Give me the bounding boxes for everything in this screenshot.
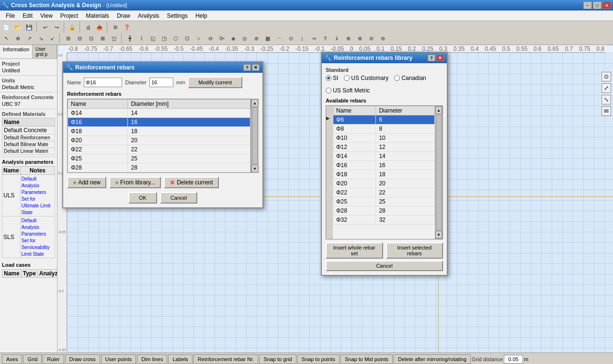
table-row[interactable]: Φ22 22 bbox=[68, 145, 250, 154]
redo-icon[interactable]: ↪ bbox=[51, 22, 62, 33]
maximize-button[interactable]: □ bbox=[593, 1, 602, 9]
library-scrollbar[interactable]: ▲ ▼ bbox=[435, 106, 443, 239]
draw10-icon[interactable]: ◈ bbox=[228, 33, 238, 44]
rebar-dialog-close[interactable]: ✕ bbox=[252, 64, 260, 71]
library-dialog-help[interactable]: ? bbox=[428, 55, 435, 61]
undo-icon[interactable]: ↩ bbox=[40, 22, 50, 33]
ruler-button[interactable]: Ruler bbox=[43, 354, 64, 364]
radio-us-soft[interactable]: US Soft Metric bbox=[326, 87, 370, 94]
table-row[interactable]: Φ16 16 bbox=[333, 161, 435, 170]
draw16-icon[interactable]: ↨ bbox=[297, 33, 307, 44]
draw15-icon[interactable]: ⊙ bbox=[285, 33, 296, 44]
close-button[interactable]: ✕ bbox=[602, 1, 611, 9]
user-points-button[interactable]: User points bbox=[101, 354, 136, 364]
delete-after-mirror-button[interactable]: Delete after mirroring/rotating bbox=[394, 354, 471, 364]
scroll-up-btn[interactable]: ▲ bbox=[251, 99, 258, 107]
draw13-icon[interactable]: ▦ bbox=[262, 33, 273, 44]
scroll-thumb[interactable] bbox=[252, 107, 258, 164]
table-row[interactable]: Φ12 12 bbox=[333, 143, 435, 152]
draw2-icon[interactable]: ⌇ bbox=[136, 33, 147, 44]
radio-canadian[interactable]: Canadian bbox=[394, 75, 426, 81]
menu-help[interactable]: Help bbox=[192, 11, 211, 20]
table-row[interactable]: Φ20 20 bbox=[68, 136, 250, 145]
tab-user-grid[interactable]: User grid p bbox=[33, 45, 57, 58]
diameter-input[interactable] bbox=[149, 78, 173, 87]
list-item[interactable]: Default Linear Materi bbox=[2, 148, 55, 155]
labels-button[interactable]: Labels bbox=[168, 354, 192, 364]
tool5-icon[interactable]: ↙ bbox=[47, 33, 57, 44]
table-row[interactable]: Φ28 28 bbox=[333, 206, 435, 216]
shrink-icon[interactable]: ⤡ bbox=[602, 95, 611, 104]
lib-scroll-thumb[interactable] bbox=[436, 114, 442, 230]
draw21-icon[interactable]: ⊗ bbox=[354, 33, 365, 44]
draw19-icon[interactable]: ⇓ bbox=[331, 33, 342, 44]
zoom5-icon[interactable]: ◫ bbox=[109, 33, 119, 44]
tool4-icon[interactable]: ↘ bbox=[35, 33, 46, 44]
draw5-icon[interactable]: ⬡ bbox=[170, 33, 181, 44]
draw1-icon[interactable]: ╋ bbox=[125, 33, 135, 44]
list-item[interactable]: Default Reinforcemen bbox=[2, 135, 55, 141]
draw17-icon[interactable]: ⇒ bbox=[308, 33, 319, 44]
table-row[interactable]: Φ20 20 bbox=[333, 179, 435, 188]
draw11-icon[interactable]: ◎ bbox=[239, 33, 250, 44]
lib-scroll-down[interactable]: ▼ bbox=[435, 231, 442, 239]
draw6-icon[interactable]: ⌬ bbox=[182, 33, 193, 44]
menu-project[interactable]: Project bbox=[57, 11, 82, 20]
save-file-icon[interactable]: 💾 bbox=[24, 22, 34, 33]
ok-button[interactable]: OK bbox=[128, 192, 157, 204]
draw23-icon[interactable]: ⊚ bbox=[377, 33, 388, 44]
table-row[interactable]: Φ32 32 bbox=[333, 216, 435, 225]
table-row[interactable]: Φ14 14 bbox=[68, 109, 250, 118]
table-row[interactable]: Φ22 22 bbox=[333, 188, 435, 197]
insert-selected-rebars-button[interactable]: Insert selected rebars bbox=[386, 242, 443, 259]
new-file-icon[interactable]: 📄 bbox=[1, 22, 11, 33]
draw20-icon[interactable]: ⊕ bbox=[343, 33, 353, 44]
draw-cross-button[interactable]: Draw cross bbox=[65, 354, 100, 364]
print-icon[interactable]: 🖨 bbox=[83, 22, 93, 33]
draw9-icon[interactable]: ⌱ bbox=[216, 33, 227, 44]
menu-edit[interactable]: Edit bbox=[19, 11, 36, 20]
zoom3-icon[interactable]: ⊡ bbox=[86, 33, 96, 44]
table-row[interactable]: Φ28 28 bbox=[68, 163, 250, 172]
draw22-icon[interactable]: ⊘ bbox=[366, 33, 376, 44]
open-file-icon[interactable]: 📂 bbox=[12, 22, 23, 33]
expand-icon[interactable]: ⤢ bbox=[602, 83, 611, 93]
table-row[interactable]: Φ10 10 bbox=[333, 134, 435, 143]
draw4-icon[interactable]: ◳ bbox=[159, 33, 170, 44]
table-row[interactable]: Φ14 14 bbox=[333, 152, 435, 161]
export-icon[interactable]: 📤 bbox=[94, 22, 105, 33]
draw8-icon[interactable]: ⊖ bbox=[205, 33, 216, 44]
delete-current-button[interactable]: ✕ Delete current bbox=[164, 177, 218, 188]
zoom2-icon[interactable]: ⊟ bbox=[74, 33, 85, 44]
snap-mid-button[interactable]: Snap to Mid points bbox=[341, 354, 393, 364]
draw14-icon[interactable]: ⋯ bbox=[274, 33, 284, 44]
modify-current-button[interactable]: Modify current bbox=[188, 77, 242, 88]
zoom4-icon[interactable]: ⊠ bbox=[97, 33, 108, 44]
menu-materials[interactable]: Materials bbox=[82, 11, 113, 20]
grid-button[interactable]: Grid bbox=[23, 354, 42, 364]
snap-grid-button[interactable]: Snap to grid bbox=[259, 354, 296, 364]
zoom1-icon[interactable]: ⊞ bbox=[63, 33, 73, 44]
add-new-button[interactable]: + Add new bbox=[67, 177, 106, 188]
scroll-down-btn[interactable]: ▼ bbox=[251, 165, 258, 172]
library-dialog-close[interactable]: ✕ bbox=[436, 55, 444, 61]
rebar-scrollbar[interactable]: ▲ ▼ bbox=[251, 99, 259, 173]
tool2-icon[interactable]: ⊕ bbox=[12, 33, 23, 44]
draw12-icon[interactable]: ⊛ bbox=[251, 33, 261, 44]
settings-icon[interactable]: ⚙ bbox=[110, 22, 121, 33]
help-icon[interactable]: ❓ bbox=[122, 22, 132, 33]
table-row[interactable]: Φ16 16 bbox=[68, 118, 250, 127]
table-row[interactable]: Φ25 25 bbox=[68, 154, 250, 163]
grid-distance-input[interactable] bbox=[504, 355, 523, 364]
menu-view[interactable]: View bbox=[36, 11, 57, 20]
lock-icon[interactable]: 🔒 bbox=[67, 22, 78, 33]
tab-information[interactable]: Information bbox=[0, 45, 33, 58]
table-row[interactable]: Φ18 18 bbox=[333, 170, 435, 179]
list-item[interactable]: Default Concrete bbox=[2, 126, 55, 135]
draw3-icon[interactable]: ◱ bbox=[148, 33, 158, 44]
menu-file[interactable]: File bbox=[2, 11, 19, 20]
camera-icon[interactable]: ⊙ bbox=[602, 72, 611, 81]
snap-points-button[interactable]: Snap to points bbox=[297, 354, 340, 364]
radio-us-customary[interactable]: US Customary bbox=[344, 75, 388, 81]
minimize-button[interactable]: − bbox=[583, 1, 592, 9]
